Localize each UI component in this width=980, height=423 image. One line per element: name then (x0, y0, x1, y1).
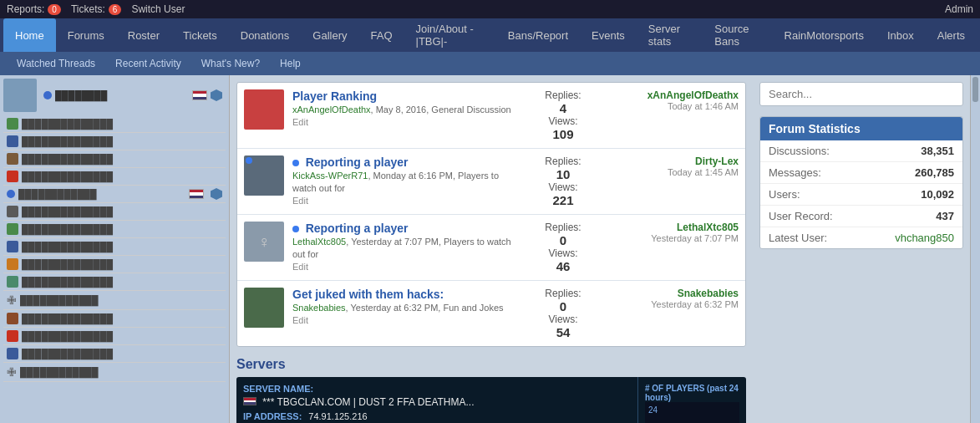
nav-tab-home[interactable]: Home (3, 18, 56, 52)
sidebar-list-item-3[interactable]: ██████████████ (3, 150, 226, 168)
thread-author-3[interactable]: LethalXtc805 (292, 237, 346, 247)
thread-title-1[interactable]: Player Ranking (292, 89, 377, 103)
thread-meta-4: Snakebabies, Yesterday at 6:32 PM, Fun a… (292, 303, 504, 313)
server-flag (243, 397, 256, 405)
sidebar-list-item-1[interactable]: ██████████████ (3, 115, 226, 133)
sidebar-item-text-7: ██████████████ (22, 224, 113, 234)
views-label-1: Views: (521, 115, 605, 127)
nav-tab-source-bans[interactable]: Source Bans (703, 18, 772, 52)
online-dot-2 (7, 190, 15, 198)
thread-edit-2[interactable]: Edit (292, 196, 308, 206)
thread-meta-1: xAnAngelOfDeathx, May 8, 2016, General D… (292, 104, 511, 115)
latest-user-value[interactable]: vhchang850 (895, 232, 954, 244)
nav-tab-inbox[interactable]: Inbox (876, 18, 926, 52)
replies-label-4: Replies: (521, 288, 605, 299)
thread-author-1[interactable]: xAnAngelOfDeathx (292, 104, 371, 115)
nav-tab-tickets[interactable]: Tickets (171, 18, 229, 52)
sidebar-list-item-9[interactable]: ██████████████ (3, 256, 226, 273)
table-row: Reporting a player KickAss-WPerR71, Mond… (237, 149, 745, 215)
sidebar-list-item-5[interactable]: ████████████ (3, 186, 226, 203)
views-label-4: Views: (521, 313, 605, 325)
nav-tab-events[interactable]: Events (580, 18, 637, 52)
replies-count-4: 0 (521, 299, 605, 313)
last-user-2[interactable]: Dirty-Lex (605, 155, 739, 167)
thread-title-3[interactable]: Reporting a player (306, 222, 409, 235)
thread-info-1: Player Ranking xAnAngelOfDeathx, May 8, … (292, 89, 521, 141)
last-user-3[interactable]: LethalXtc805 (605, 222, 739, 233)
sidebar-list-item-10[interactable]: ██████████████ (3, 273, 226, 291)
thread-author-2[interactable]: KickAss-WPerR71 (292, 171, 368, 181)
sidebar-list-item-13[interactable]: ██████████████ (3, 328, 226, 345)
last-user-1[interactable]: xAnAngelOfDeathx (605, 89, 739, 101)
player-chart: 24 12 (645, 402, 739, 423)
sidebar-avatar-row-1: ████████ (3, 79, 226, 112)
discussions-label: Discussions: (769, 145, 830, 157)
thread-list: Player Ranking xAnAngelOfDeathx, May 8, … (236, 82, 746, 347)
sidebar-list-item-7[interactable]: ██████████████ (3, 221, 226, 238)
sidebar-list-item-4[interactable]: ██████████████ (3, 168, 226, 186)
sidebar-list-item-14[interactable]: ██████████████ (3, 345, 226, 363)
sidebar-item-icon-8 (7, 241, 18, 252)
user-record-value: 437 (936, 210, 954, 222)
sidebar-list: ██████████████ ██████████████ ██████████… (3, 115, 226, 382)
nav-tab-faq[interactable]: FAQ (358, 18, 404, 52)
sidebar-item-icon-13 (7, 330, 18, 342)
switch-user-link[interactable]: Switch User (131, 3, 185, 15)
sidebar-item-text-15: ████████████ (20, 367, 99, 377)
server-ip-field: IP ADDRESS: 74.91.125.216 (243, 411, 631, 421)
sidebar-item-text-11: ████████████ (20, 295, 99, 305)
server-name-label: SERVER NAME: (243, 384, 313, 394)
search-input[interactable] (759, 82, 963, 106)
players-label: # OF PLAYERS (past 24 hours) (645, 384, 739, 402)
subnav-watched[interactable]: Watched Threads (7, 54, 105, 73)
thread-title-2[interactable]: Reporting a player (306, 155, 409, 169)
subnav-help[interactable]: Help (270, 54, 311, 73)
thread-last-3: LethalXtc805 Yesterday at 7:07 PM (605, 222, 739, 273)
sidebar-list-item-11[interactable]: ✙ ████████████ (3, 291, 226, 310)
nav-tab-join-about[interactable]: Join/About - |TBG|- (404, 18, 496, 52)
stat-row-users: Users: 10,092 (760, 184, 962, 206)
thread-edit-3[interactable]: Edit (292, 262, 308, 272)
last-user-4[interactable]: Snakebabies (605, 288, 739, 299)
thread-info-2: Reporting a player KickAss-WPerR71, Mond… (292, 155, 521, 207)
sidebar-list-item-2[interactable]: ██████████████ (3, 133, 226, 150)
subnav-whats-new[interactable]: What's New? (191, 54, 270, 73)
sidebar-list-item-12[interactable]: ██████████████ (3, 310, 226, 328)
nav-tab-alerts[interactable]: Alerts (926, 18, 977, 52)
nav-tab-gallery[interactable]: Gallery (301, 18, 358, 52)
replies-count-3: 0 (521, 233, 605, 247)
thread-edit-1[interactable]: Edit (292, 117, 308, 127)
thread-edit-4[interactable]: Edit (292, 315, 308, 325)
sidebar-list-item-15[interactable]: ✙ ████████████ (3, 363, 226, 382)
replies-count-2: 10 (521, 167, 605, 181)
server-right: # OF PLAYERS (past 24 hours) 24 12 (637, 377, 746, 423)
sidebar-item-icon-7 (7, 223, 18, 235)
replies-label-1: Replies: (521, 89, 605, 101)
scrollbar[interactable] (970, 75, 980, 423)
table-row: Player Ranking xAnAngelOfDeathx, May 8, … (237, 83, 745, 149)
sidebar-list-item-8[interactable]: ██████████████ (3, 238, 226, 256)
sidebar-list-item-6[interactable]: ██████████████ (3, 203, 226, 221)
sidebar-user-item-1[interactable]: ████████ (40, 88, 226, 103)
reports-badge: 0 (48, 4, 61, 15)
last-time-4: Yesterday at 6:32 PM (605, 299, 739, 309)
nav-tab-server-stats[interactable]: Server stats (637, 18, 703, 52)
thread-avatar-3: ♀ (244, 222, 284, 262)
nav-tab-bans-report[interactable]: Bans/Report (496, 18, 580, 52)
nav-tab-donations[interactable]: Donations (229, 18, 302, 52)
sidebar-item-text-4: ██████████████ (22, 171, 113, 181)
thread-title-4[interactable]: Get juked with them hacks: (292, 288, 444, 301)
nav-tab-rain-motorsports[interactable]: RainMotorsports (773, 18, 876, 52)
sidebar-item-text-8: ██████████████ (22, 242, 113, 252)
forum-stats-header: Forum Statistics (760, 117, 962, 140)
sidebar-item-text-12: ██████████████ (22, 313, 113, 324)
sidebar-item-text-10: ██████████████ (22, 277, 113, 287)
subnav-recent[interactable]: Recent Activity (105, 54, 191, 73)
nav-tab-roster[interactable]: Roster (116, 18, 171, 52)
users-value: 10,092 (921, 188, 954, 201)
chart-y-max: 24 (648, 405, 658, 415)
thread-author-4[interactable]: Snakebabies (292, 303, 346, 313)
nav-tab-forums[interactable]: Forums (56, 18, 116, 52)
sidebar-item-text-3: ██████████████ (22, 154, 113, 164)
sidebar-item-text-2: ██████████████ (22, 136, 113, 146)
